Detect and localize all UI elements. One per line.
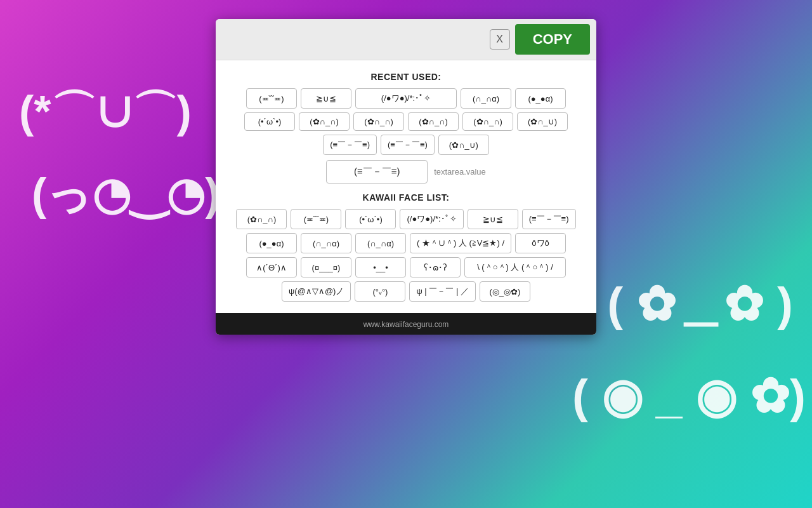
close-button[interactable]: X [490, 29, 510, 50]
kawaii-face-button[interactable]: ψ | ￣－￣ | ／ [409, 281, 475, 302]
kawaii-face-button[interactable]: (∩_∩α) [355, 233, 406, 253]
textarea-label: textarea.value [434, 167, 486, 177]
recent-used-title: RECENT USED: [225, 72, 587, 82]
kawaii-face-button[interactable]: (/●ワ●)/*:･ﾟ✧ [400, 209, 463, 229]
kawaii-face-button[interactable]: ( ★＾∪＾) 人 (≧V≦★) / [410, 233, 511, 253]
kawaii-face-button[interactable]: (∩_∩α) [301, 233, 351, 253]
recent-face-button[interactable]: (∩_∩α) [461, 88, 511, 109]
kawaii-face-button[interactable]: ≧∪≦ [468, 209, 518, 229]
recent-face-button[interactable]: (✿∩_∩) [462, 112, 513, 131]
selected-face-row: (≡￣－￣≡) textarea.value [225, 160, 587, 184]
kawaii-face-button[interactable]: ∧(´Θ´)∧ [246, 257, 297, 277]
recent-face-button[interactable]: (≡￣－￣≡) [323, 135, 377, 155]
recent-face-button[interactable]: (✿∩_∩) [299, 112, 350, 131]
recent-face-button[interactable]: (✿∩_∪) [517, 112, 568, 131]
kawaii-face-button[interactable]: (•´ω`•) [345, 209, 396, 229]
recent-face-button[interactable]: ≧∪≦ [301, 88, 351, 109]
kawaii-face-button[interactable]: (●_●α) [246, 233, 297, 253]
recent-face-button[interactable]: (/●ワ●)/*:･ﾟ✧ [355, 88, 457, 109]
recent-face-button[interactable]: (✿∩_∪) [438, 135, 489, 155]
kawaii-face-button[interactable]: (°ᵥ°) [355, 281, 405, 302]
kawaii-face-button[interactable]: (≡￣－￣≡) [522, 209, 576, 229]
bg-face-bot-right: ( ◉ _ ◉ ✿) [572, 368, 806, 424]
recent-face-button[interactable]: (✿∩_∩) [353, 112, 404, 131]
popup-body: RECENT USED: (≖˘˘≖)≧∪≦(/●ワ●)/*:･ﾟ✧(∩_∩α)… [216, 60, 596, 313]
kawaii-face-button[interactable]: (◎_◎✿) [480, 281, 530, 302]
copy-button[interactable]: COPY [515, 24, 590, 55]
recent-face-button[interactable]: (≖˘˘≖) [246, 88, 297, 109]
popup-header: X COPY [216, 19, 596, 60]
recent-face-button[interactable]: (•´ω`•) [244, 112, 295, 131]
bg-face-top-left: (*⌒∪⌒) [19, 83, 192, 142]
footer-url: www.kawaiifaceguru.com [363, 320, 449, 329]
recent-face-button[interactable]: (≡￣－￣≡) [381, 135, 435, 155]
selected-face-display: (≡￣－￣≡) [326, 160, 428, 184]
kawaii-face-button[interactable]: •__• [355, 257, 406, 277]
kawaii-face-button[interactable]: (¤___¤) [301, 257, 351, 277]
recent-face-button[interactable]: (●_●α) [515, 88, 566, 109]
kawaii-list-title: KAWAII FACE LIST: [225, 192, 587, 203]
kawaii-face-button[interactable]: ʕ･ɷ･ʔ [410, 257, 461, 277]
bg-face-top-right: ( ✿＿✿ ) [607, 273, 793, 337]
kawaii-face-button[interactable]: (✿∩_∩) [236, 209, 287, 229]
kawaii-face-grid: (✿∩_∩)(≖˘˘≖)(•´ω`•)(/●ワ●)/*:･ﾟ✧≧∪≦(≡￣－￣≡… [225, 209, 587, 302]
kawaii-face-button[interactable]: (≖˘˘≖) [291, 209, 341, 229]
recent-face-button[interactable]: (✿∩_∩) [408, 112, 459, 131]
kawaii-face-button[interactable]: ôワô [515, 233, 566, 253]
recent-face-grid: (≖˘˘≖)≧∪≦(/●ワ●)/*:･ﾟ✧(∩_∩α)(●_●α)(•´ω`•)… [225, 88, 587, 155]
kawaii-face-button[interactable]: ψ(@∧▽∧@)ノ [282, 281, 351, 302]
popup-footer: www.kawaiifaceguru.com [216, 313, 596, 335]
popup-window: X COPY RECENT USED: (≖˘˘≖)≧∪≦(/●ワ●)/*:･ﾟ… [216, 19, 596, 335]
kawaii-face-button[interactable]: \ (＾○＾) 人 (＾○＾) / [464, 257, 566, 277]
